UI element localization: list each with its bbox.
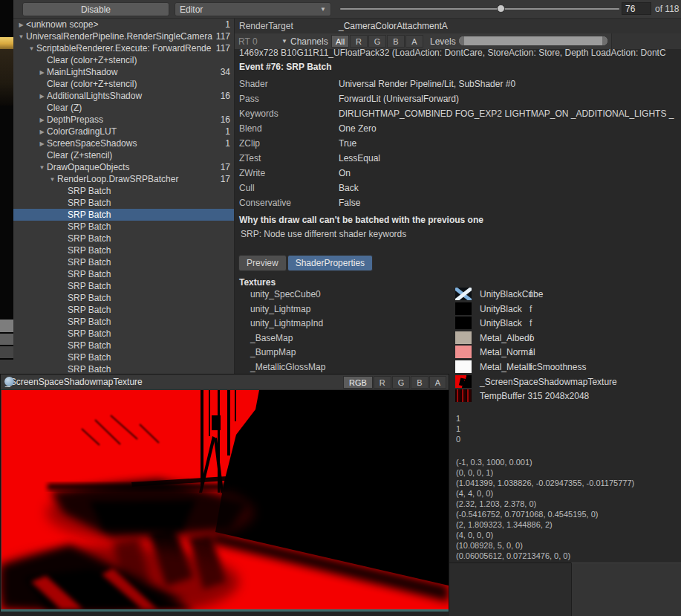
texture-property-name: _BaseMap	[250, 333, 293, 343]
preview-channel-button-b[interactable]: B	[411, 376, 428, 389]
preview-channel-button-g[interactable]: G	[392, 376, 411, 389]
target-dropdown-label: Editor	[180, 4, 320, 15]
tree-row[interactable]: SRP Batch	[13, 304, 234, 316]
tree-item-count: 117	[216, 31, 234, 42]
tree-row[interactable]: SRP Batch	[13, 351, 234, 363]
tree-row[interactable]: SRP Batch	[13, 280, 234, 292]
tree-row[interactable]: ▶DepthPrepass16	[13, 114, 234, 126]
chevron-right-icon[interactable]: ▶	[37, 140, 47, 147]
tab-shaderproperties[interactable]: ShaderProperties	[287, 255, 373, 271]
tree-row[interactable]: Clear (Z)	[13, 102, 234, 114]
tree-row[interactable]: Clear (Z+stencil)	[13, 149, 234, 161]
render-target-value: _CameraColorAttachmentA	[339, 21, 448, 31]
property-row: ConservativeFalse	[235, 195, 681, 210]
toolbar: Disable Editor ▼ 76 of 118	[13, 0, 681, 19]
tree-row[interactable]: SRP Batch	[13, 316, 234, 328]
shader-properties-list: ShaderUniversal Render Pipeline/Lit, Sub…	[235, 77, 681, 210]
tree-row[interactable]: SRP Batch	[13, 328, 234, 340]
texture-thumb-albedo[interactable]	[455, 331, 472, 344]
tree-row[interactable]: ▼UniversalRenderPipeline.RenderSingleCam…	[13, 30, 234, 42]
texture-thumb-shadowmap[interactable]	[455, 375, 472, 388]
chevron-right-icon[interactable]: ▶	[16, 22, 26, 28]
tree-row[interactable]: SRP Batch	[13, 221, 234, 233]
render-target-row: RenderTarget _CameraColorAttachmentA	[235, 19, 681, 33]
tree-row[interactable]: SRP Batch	[13, 256, 234, 268]
tree-row[interactable]: ▶<unknown scope>1	[13, 19, 234, 30]
channel-button-b[interactable]: B	[387, 35, 405, 48]
tree-row[interactable]: ▼RenderLoop.DrawSRPBatcher17	[13, 173, 234, 185]
tree-row[interactable]: SRP Batch	[13, 244, 234, 256]
tree-row[interactable]: ▶AdditionalLightsShadow16	[13, 90, 234, 102]
texture-property-name: _BumpMap	[250, 347, 296, 357]
property-label: ZClip	[235, 138, 339, 149]
preview-resize-edge[interactable]	[1, 609, 449, 612]
vector-value: (2.32, 1.203, 2.378, 0)	[456, 499, 634, 509]
channel-button-all[interactable]: All	[331, 35, 349, 48]
tree-row[interactable]: SRP Batch	[13, 340, 234, 351]
event-title: Event #76: SRP Batch	[239, 62, 332, 72]
channel-button-a[interactable]: A	[405, 35, 423, 48]
tree-item-label: Clear (Z)	[47, 103, 230, 113]
chevron-right-icon[interactable]: ▶	[37, 93, 47, 100]
property-row: PassForwardLit (UniversalForward)	[235, 91, 681, 106]
texture-thumb-normal[interactable]	[455, 346, 472, 358]
tree-row[interactable]: ▼ScriptableRenderer.Execute: ForwardRend…	[13, 42, 234, 54]
chevron-down-icon[interactable]: ▼	[48, 176, 57, 183]
channel-button-g[interactable]: G	[368, 35, 386, 48]
tree-row[interactable]: ▶ColorGradingLUT1	[13, 126, 234, 137]
chevron-down-icon[interactable]: ▼	[16, 33, 26, 40]
levels-slider[interactable]	[459, 36, 607, 45]
tree-row[interactable]: SRP Batch	[13, 292, 234, 304]
tree-row[interactable]: ▼DrawOpaqueObjects17	[13, 161, 234, 173]
tab-preview[interactable]: Preview	[238, 255, 287, 271]
texture-thumb-tempbuffer[interactable]	[455, 389, 472, 402]
preview-channel-button-a[interactable]: A	[429, 376, 446, 389]
tree-item-label: SRP Batch	[68, 210, 230, 220]
texture-thumb-black[interactable]	[455, 302, 472, 315]
disable-button[interactable]: Disable	[22, 2, 169, 16]
event-slider[interactable]	[340, 8, 619, 10]
texture-thumb-smoothness[interactable]	[455, 360, 472, 373]
tree-item-count: 1	[225, 138, 234, 149]
property-row: CullBack	[235, 181, 681, 195]
tree-row[interactable]: SRP Batch	[13, 268, 234, 280]
property-row: ShaderUniversal Render Pipeline/Lit, Sub…	[235, 77, 681, 91]
chevron-down-icon[interactable]: ▼	[37, 164, 47, 171]
rt-index-dropdown[interactable]: RT 0 ▼	[238, 35, 287, 48]
event-number-input[interactable]: 76	[622, 2, 651, 15]
channel-button-r[interactable]: R	[350, 35, 368, 48]
texture-thumb-cube[interactable]	[455, 288, 472, 300]
chevron-right-icon[interactable]: ▶	[37, 129, 47, 135]
event-slider-handle[interactable]	[497, 4, 505, 13]
tree-row[interactable]: SRP Batch	[13, 233, 234, 244]
texture-flag: f	[530, 304, 532, 314]
property-value: ForwardLit (UniversalForward)	[339, 94, 681, 104]
target-dropdown[interactable]: Editor ▼	[175, 2, 331, 16]
tree-item-label: SRP Batch	[68, 305, 230, 315]
texture-thumb-black[interactable]	[455, 317, 472, 329]
tree-row[interactable]: ▶ScreenSpaceShadows1	[13, 137, 234, 149]
chevron-down-icon[interactable]: ▼	[27, 45, 36, 52]
levels-label: Levels	[430, 36, 456, 47]
scalar-value: 1	[456, 424, 634, 434]
tree-row[interactable]: Clear (color+Z+stencil)	[13, 54, 234, 66]
tree-item-label: SRP Batch	[68, 328, 230, 339]
tree-row[interactable]: ▶MainLightShadow34	[13, 66, 234, 78]
channels-bar-spacer	[612, 33, 681, 49]
tree-row[interactable]: SRP Batch	[13, 197, 234, 209]
tree-row[interactable]: SRP Batch	[13, 185, 234, 197]
texture-asset-name: UnityBlack	[480, 318, 522, 328]
preview-channel-button-rgb[interactable]: RGB	[343, 376, 373, 389]
render-target-label: RenderTarget	[239, 21, 293, 31]
render-target-info: 1469x728 B10G11R11_UFloatPack32 (LoadAct…	[239, 48, 680, 58]
tree-row[interactable]: SRP Batch	[13, 209, 234, 221]
tree-item-label: SRP Batch	[68, 233, 230, 244]
tree-item-count: 34	[221, 67, 234, 77]
preview-channel-button-r[interactable]: R	[374, 376, 391, 389]
chevron-right-icon[interactable]: ▶	[37, 117, 47, 123]
tree-row[interactable]: Clear (color+Z+stencil)	[13, 78, 234, 90]
preview-title-bar[interactable]: _ScreenSpaceShadowmapTexture RGBRGBA	[1, 375, 449, 390]
chevron-right-icon[interactable]: ▶	[37, 69, 47, 76]
background-panel-fragment	[0, 334, 13, 345]
tree-item-label: SRP Batch	[68, 221, 230, 232]
